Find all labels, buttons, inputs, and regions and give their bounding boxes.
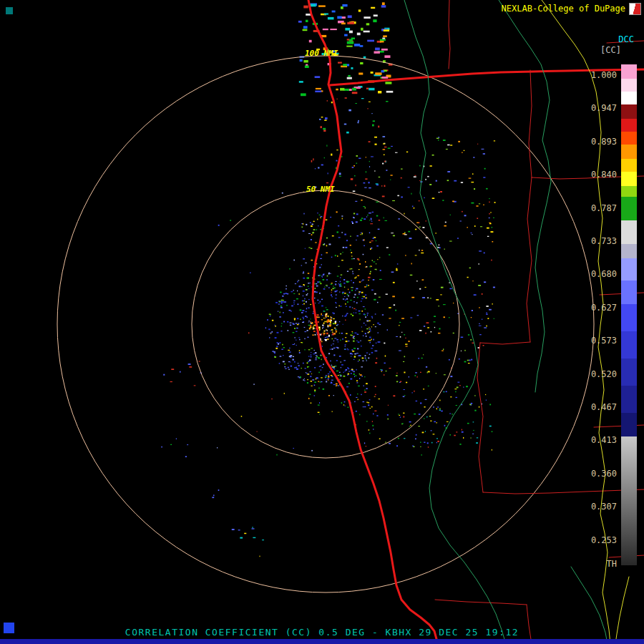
top-left-marker: [6, 7, 13, 14]
colorbar-tick: 0.360: [591, 469, 617, 479]
colorbar: [621, 64, 637, 565]
county-line-1: [449, 0, 450, 69]
colorbar-tick: 0.413: [591, 435, 617, 445]
colorbar-tick: 0.520: [591, 369, 617, 379]
county-line-5: [480, 342, 530, 344]
brand-text: NEXLAB-College of DuPage: [502, 4, 625, 14]
highway-ns: [308, 0, 436, 639]
colorbar-tick: 1.000: [591, 70, 617, 80]
colorbar-tick: 0.253: [591, 535, 617, 545]
colorbar-segment: [621, 186, 637, 197]
colorbar-segment: [621, 220, 637, 244]
colorbar-tick: 0.840: [591, 170, 617, 180]
colorbar-labels: 1.0000.9470.8930.8400.7870.7330.6800.627…: [571, 64, 617, 574]
colorbar-segment: [621, 358, 637, 386]
range-ring: [57, 56, 594, 592]
colorbar-segment: [621, 119, 637, 132]
colorbar-segment: [621, 104, 637, 119]
colorbar-tick: 0.467: [591, 402, 617, 412]
colorbar-segment: [621, 258, 637, 280]
colorbar-threshold-label: TH: [607, 559, 617, 569]
colorbar-segment: [621, 64, 637, 79]
colorbar-segment: [621, 197, 637, 220]
colorbar-segment: [621, 172, 637, 186]
colorbar-units: [CC]: [600, 45, 621, 55]
colorbar-segment: [621, 413, 637, 436]
map-overlay-layer: [0, 0, 644, 644]
range-ring-label-100: 100 NMI: [305, 49, 338, 58]
colorbar-tick: 0.947: [591, 103, 617, 113]
range-ring-label-50: 50 NMI: [306, 185, 335, 194]
colorbar-segment: [621, 159, 637, 172]
product-title: CORRELATION COEFFICIENT (CC) 0.5 DEG - K…: [0, 627, 644, 638]
colorbar-tick: 0.733: [591, 236, 617, 246]
colorbar-segment: [621, 304, 637, 331]
bottom-bar: [0, 639, 644, 644]
river-1: [404, 0, 506, 644]
colorbar-tick: 0.307: [591, 502, 617, 512]
colorbar-segment: [621, 79, 637, 92]
county-line-2: [529, 70, 532, 177]
radar-display: NEXLAB-College of DuPage DCC [CC] 1.0000…: [0, 0, 644, 644]
county-line-8: [435, 600, 527, 605]
colorbar-segment: [621, 132, 637, 145]
colorbar-title: DCC: [618, 34, 634, 44]
colorbar-segment: [621, 145, 637, 159]
colorbar-segment: [621, 92, 637, 104]
cod-logo-icon: [629, 3, 641, 15]
colorbar-tick: 0.573: [591, 336, 617, 346]
colorbar-tick: 0.627: [591, 303, 617, 313]
county-line-4: [527, 177, 532, 342]
colorbar-segment: [621, 280, 637, 304]
river-2: [499, 0, 551, 392]
colorbar-tick: 0.787: [591, 203, 617, 213]
colorbar-segment: [621, 386, 637, 413]
colorbar-tick: 0.893: [591, 137, 617, 147]
colorbar-segment: [621, 331, 637, 358]
county-line-9: [527, 605, 532, 644]
colorbar-tick: 0.680: [591, 269, 617, 279]
range-ring: [192, 190, 459, 458]
colorbar-segment: [621, 244, 637, 258]
colorbar-gradient-segment: [621, 436, 637, 565]
